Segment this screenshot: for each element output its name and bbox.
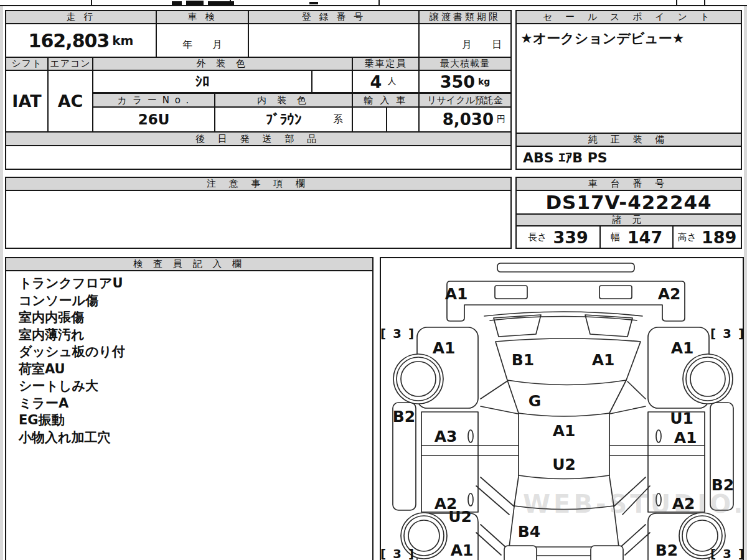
- max-load-value: 350 kg: [418, 70, 512, 93]
- damage-label-cowl: G: [529, 392, 542, 410]
- damage-label-rear-fender-right: B2: [655, 541, 678, 559]
- aircon-header: エアコン: [47, 57, 93, 71]
- mileage-unit: km: [112, 33, 133, 48]
- recycle-number: 8,030: [443, 110, 494, 129]
- damage-label-roof: A1: [553, 422, 576, 440]
- registration-value: [248, 23, 420, 58]
- clipped-text-fragment: [172, 1, 182, 5]
- recycle-header: リサイクル預託金: [418, 93, 512, 108]
- cowl-band-left: [507, 380, 519, 413]
- shaken-value: 年 月: [156, 23, 249, 58]
- watermark: WEB-STUDIO.PRO: [523, 490, 747, 518]
- notes-header: 注 意 事 項 欄: [5, 177, 512, 191]
- mileage-number: 162,803: [29, 30, 110, 52]
- import-value-right: [386, 106, 420, 133]
- inspector-note-item: ミラーA: [19, 395, 367, 413]
- max-load-unit: kg: [478, 77, 490, 86]
- roof-spoiler: [497, 263, 634, 272]
- clipped-text-fragment: [309, 2, 318, 4]
- fold-line: [476, 533, 501, 555]
- later-parts-header: 後 日 発 送 部 品: [5, 131, 512, 146]
- damage-label-floor-center: U2: [552, 455, 576, 474]
- clipped-top-cell: [676, 0, 705, 6]
- dimension-height: 高さ 189: [672, 225, 742, 249]
- damage-label-front-bumper-left: A1: [445, 285, 468, 303]
- tire-grade-front-right: [ 3 ]: [710, 326, 745, 341]
- length-label: 長さ: [528, 231, 547, 243]
- max-load-header: 最大積載量: [418, 57, 512, 71]
- capacity-value: 4 人: [352, 70, 420, 93]
- length-value: 339: [553, 228, 588, 247]
- damage-label-sill-left: B2: [393, 408, 415, 426]
- cowl-band-bottom: [519, 413, 609, 416]
- inspector-note-item: 小物入れ加工穴: [19, 429, 367, 447]
- dimensions-header: 諸 元: [515, 213, 742, 226]
- rear-window-left: [514, 477, 519, 506]
- fold-line: [481, 381, 507, 399]
- height-value: 189: [702, 228, 736, 247]
- chassis-header: 車 台 番 号: [515, 177, 742, 191]
- genuine-equipment-header: 純 正 装 備: [515, 133, 742, 147]
- damage-diagram-box: WEB-STUDIO.PRO A1 A2 [ 3 ] [ 3 ] A1 A1 B…: [380, 257, 744, 560]
- tire-grade-rear-right: [ 3 ]: [710, 546, 745, 560]
- inspector-note-item: 室内薄汚れ: [19, 327, 367, 344]
- headlight-right: [599, 286, 632, 299]
- recycle-unit: 円: [497, 114, 505, 125]
- import-value-left: [352, 106, 387, 133]
- sales-point-text: ★オークションデビュー★: [517, 24, 741, 53]
- sales-point-box: ★オークションデビュー★: [515, 23, 742, 134]
- width-value: 147: [627, 228, 662, 247]
- aircon-value: AC: [47, 70, 93, 133]
- fold-line: [481, 525, 505, 547]
- shift-value: IAT: [5, 70, 49, 133]
- damage-label-windshield-right: A1: [592, 351, 615, 369]
- damage-label-door-right-lower: A2: [672, 495, 695, 513]
- inspector-note-item: 荷室AU: [19, 361, 367, 378]
- color-no-header: カ ラ ー N o .: [92, 93, 215, 108]
- inspector-notes-header: 検 査 員 記 入 欄: [5, 257, 374, 271]
- inspector-notes-list: トランクフロアU コンソール傷 室内内張傷 室内薄汚れ ダッシュ板のり付 荷室A…: [19, 275, 367, 446]
- clipped-text-fragment: [208, 1, 234, 5]
- inspector-note-item: トランクフロアU: [19, 275, 367, 292]
- fold-line: [476, 486, 509, 515]
- transfer-deadline-value: 月 日: [418, 23, 512, 58]
- inspector-note-item: コンソール傷: [19, 292, 367, 310]
- transfer-deadline-header: 譲渡書類期限: [418, 10, 512, 24]
- interior-color-suffix: 系: [333, 113, 343, 126]
- rear-gate-left: [509, 506, 514, 547]
- damage-label-door-right-top: U1: [670, 409, 693, 427]
- damage-label-sill-right: B2: [712, 476, 734, 494]
- notes-box: [5, 190, 512, 249]
- registration-header: 登 録 番 号: [248, 10, 420, 24]
- damage-label-windshield-left: B1: [512, 351, 534, 369]
- rear-bumper-tab-right: [591, 546, 623, 560]
- rear-bumper-tab-left: [504, 546, 537, 560]
- fold-line: [627, 381, 646, 399]
- cowl-arc-upper: [484, 312, 642, 316]
- tire-grade-rear-left: [ 3 ]: [380, 546, 415, 560]
- inspector-note-item: 室内内張傷: [19, 309, 367, 327]
- auction-sheet-page: 走 行 車 検 登 録 番 号 譲渡書類期限 セ ー ル ス ポ イ ン ト 1…: [0, 0, 747, 560]
- fold-line: [621, 525, 646, 547]
- damage-label-door-left-upper: A3: [435, 427, 458, 446]
- clipped-top-cell: [230, 0, 380, 6]
- dimension-length: 長さ 339: [515, 225, 601, 249]
- roof-panel-bottom: [519, 475, 609, 479]
- clipped-top-cell: [0, 0, 92, 6]
- capacity-unit: 人: [387, 76, 396, 87]
- dimension-width: 幅 147: [599, 225, 674, 249]
- max-load-number: 350: [440, 72, 475, 91]
- damage-label-rear-arch-left: U2: [448, 508, 472, 526]
- damage-label-front-bumper-right: A2: [658, 285, 681, 303]
- interior-color-value: ﾌﾞﾗｳﾝ 系: [214, 106, 353, 133]
- inspector-note-item: EG振動: [19, 412, 367, 429]
- exterior-color-header: 外 装 色: [92, 57, 353, 71]
- shaken-header: 車 検: [156, 10, 249, 24]
- exterior-color-subcell: [311, 70, 353, 93]
- door-handle-left-upper: [468, 430, 473, 442]
- sales-point-header: セ ー ル ス ポ イ ン ト: [515, 10, 742, 24]
- fold-line: [625, 533, 650, 555]
- damage-label-door-right-upper: A1: [674, 429, 697, 447]
- shift-header: シフト: [5, 57, 49, 71]
- fold-line: [610, 406, 646, 414]
